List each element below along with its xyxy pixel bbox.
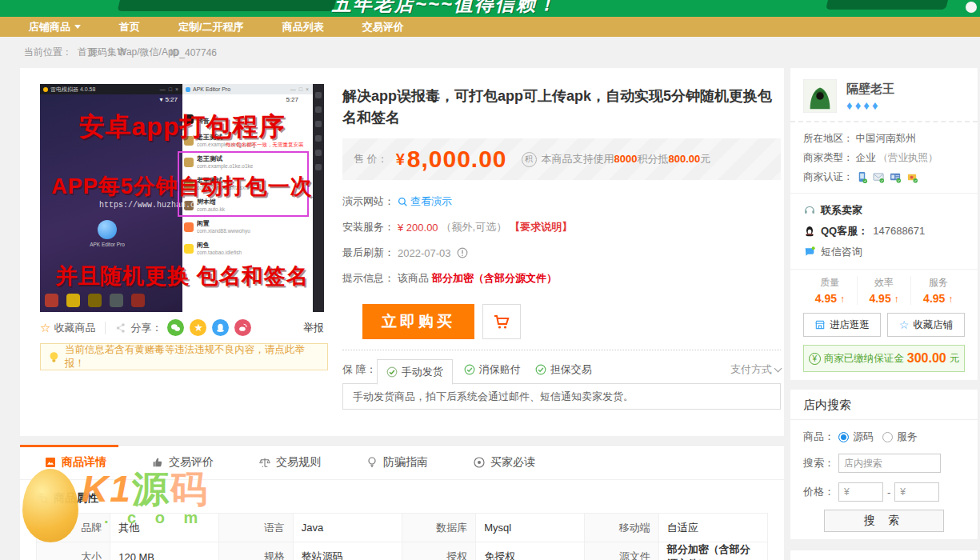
type-extra: （营业执照） — [878, 148, 938, 167]
apk-editor-tab-icon — [186, 87, 190, 92]
nav-item-shop-goods[interactable]: 店铺商品 — [29, 20, 81, 34]
price-band: 售 价： ¥ 8,000.00 积 本商品支持使用8000积分抵800.00元 — [342, 138, 781, 180]
attr-value: 自适应 — [658, 514, 767, 542]
attr-label: 语言 — [219, 514, 293, 542]
emulator-window-title: 雷电模拟器 4.0.58 — □ × — [40, 84, 182, 94]
attributes-table: 品牌 其他 语言 Java 数据库 Mysql 移动端 自适应 大小 120 M… — [36, 513, 768, 560]
avatar[interactable] — [803, 79, 837, 113]
divider — [790, 269, 978, 270]
banner-decoration — [826, 0, 950, 10]
cart-icon — [492, 312, 511, 331]
star-outline-icon: ☆ — [899, 319, 910, 330]
attr-value-encrypted: 部分加密（含部分源文件） — [658, 542, 767, 560]
shop-search-heading: 店内搜索 — [790, 390, 978, 420]
attr-label: 品牌 — [37, 514, 110, 542]
refresh-row: 最后刷新： 2022-07-03 — [342, 246, 781, 260]
product-image[interactable]: 雷电模拟器 4.0.58 — □ × APK Editor Pro — □ × … — [40, 84, 324, 312]
add-to-cart-button[interactable] — [482, 304, 521, 339]
nav-item-goods-list[interactable]: 商品列表 — [282, 20, 324, 34]
doc-magnifier-icon — [36, 492, 49, 505]
qq-label: QQ客服： — [821, 221, 868, 242]
warning-text: 当前信息若含有黄赌毒等违法违规不良内容，请点此举报！ — [65, 343, 319, 370]
attr-value: 免授权 — [476, 542, 585, 560]
up-arrow-icon: ↑ — [840, 294, 845, 305]
refresh-label: 最后刷新： — [342, 246, 394, 260]
price-dash: - — [887, 486, 890, 498]
star-icon: ☆ — [40, 321, 50, 335]
wechat-share-icon[interactable] — [167, 319, 184, 336]
attr-label: 源文件 — [585, 542, 658, 560]
statusbar-left: ▾5:27 — [40, 94, 182, 104]
qq-share-icon[interactable] — [212, 319, 229, 336]
yuan-circle-icon: ¥ — [809, 353, 821, 365]
banner-promo-text: 五年老店~~~值得信赖！ — [332, 0, 558, 17]
info-circle-icon[interactable] — [457, 247, 468, 258]
statusbar-right: 5:27 — [182, 94, 302, 104]
tab-rules[interactable]: 交易规则 — [258, 455, 321, 470]
demo-row: 演示网站： 查看演示 — [342, 194, 781, 209]
view-demo-link[interactable]: 查看演示 — [398, 194, 452, 209]
tab-reviews[interactable]: 交易评价 — [151, 455, 214, 470]
overlay-line-1: 安卓app打包程序 — [40, 110, 324, 145]
guarantee-manual-ship[interactable]: 手动发货 — [377, 359, 453, 385]
radio-source-code-label[interactable]: 源码 — [853, 430, 874, 444]
storefront-icon — [814, 319, 826, 330]
deposit-suffix: 元 — [950, 352, 960, 366]
list-item: 闲鱼com.taobao.idlefish — [184, 238, 302, 259]
radio-service[interactable] — [882, 432, 893, 442]
region-value: 中国河南郑州 — [856, 129, 916, 148]
app-icon — [184, 222, 194, 232]
radio-service-label[interactable]: 服务 — [897, 430, 918, 444]
attr-value: Java — [293, 514, 402, 542]
attr-value: 整站源码 — [293, 542, 402, 560]
report-button[interactable]: 举报 — [303, 321, 324, 335]
shop-search-input[interactable] — [838, 454, 941, 473]
install-note: （额外,可选） — [442, 220, 507, 234]
attr-label: 规格 — [219, 542, 293, 560]
seller-name[interactable]: 隔壁老王 — [846, 82, 894, 97]
detail-tabs-card: 商品详情 交易评价 交易规则 防骗指南 买家必读 商品属性 品牌 其他 语言 J… — [20, 445, 784, 560]
visit-shop-button[interactable]: 进店逛逛 — [803, 313, 881, 337]
product-card: 雷电模拟器 4.0.58 — □ × APK Editor Pro — □ × … — [20, 68, 784, 436]
up-arrow-icon: ↑ — [948, 294, 953, 305]
rating-service: 服务 4.95 ↑ — [910, 276, 965, 305]
favorite-item-button[interactable]: 收藏商品 — [54, 321, 95, 335]
install-requirement-link[interactable]: 【要求说明】 — [510, 220, 572, 234]
tab-buyer-guide[interactable]: 买家必读 — [473, 455, 535, 470]
shop-search-button[interactable]: 搜 索 — [824, 510, 944, 532]
guarantee-compensation[interactable]: 消保赔付 — [464, 362, 521, 377]
weibo-share-icon[interactable] — [234, 319, 251, 336]
search-label: 搜索： — [803, 456, 834, 470]
buy-now-button[interactable]: 立即购买 — [362, 304, 474, 339]
price-max-input[interactable] — [894, 482, 939, 502]
tab-antifraud[interactable]: 防骗指南 — [366, 455, 428, 470]
nav-item-custom[interactable]: 定制/二开程序 — [178, 20, 244, 34]
guarantee-escrow[interactable]: 担保交易 — [535, 362, 592, 377]
tab-product-detail[interactable]: 商品详情 — [44, 455, 106, 470]
window-controls: — □ × — [160, 86, 179, 92]
qq-icon — [803, 225, 816, 238]
radio-source-code[interactable] — [838, 432, 849, 442]
contact-seller-label: 联系卖家 — [821, 200, 862, 221]
payment-method-dropdown[interactable]: 支付方式 — [730, 362, 781, 377]
price-min-input[interactable] — [838, 482, 883, 502]
target-icon — [473, 456, 486, 469]
chevron-down-icon — [774, 365, 782, 373]
install-row: 安装服务： ¥ 200.00 （额外,可选） 【要求说明】 — [342, 220, 781, 234]
report-warning-box[interactable]: 当前信息若含有黄赌毒等违法违规不良内容，请点此举报！ — [40, 343, 328, 370]
rating-quality: 质量 4.95 ↑ — [803, 276, 857, 305]
favorite-shop-button[interactable]: ☆ 收藏店铺 — [887, 313, 965, 337]
shop-search-card: 店内搜索 商品： 源码 服务 搜索： 价格： - 搜 索 — [790, 390, 978, 539]
qq-service-row[interactable]: QQ客服： 147688671 — [803, 221, 965, 242]
attr-label: 授权 — [402, 542, 475, 560]
nav-item-home[interactable]: 首页 — [119, 20, 140, 34]
home-dock — [45, 294, 145, 307]
next-card-edge — [790, 550, 978, 560]
qzone-share-icon[interactable]: ★ — [190, 319, 206, 336]
attr-label: 数据库 — [402, 514, 475, 542]
attr-label: 移动端 — [585, 514, 658, 542]
sms-consult-row[interactable]: 短信咨询 — [803, 242, 965, 262]
price-range-label: 价格： — [803, 485, 834, 499]
nav-item-reviews[interactable]: 交易评价 — [362, 20, 404, 34]
deposit-text: 商家已缴纳保证金 — [824, 352, 904, 366]
